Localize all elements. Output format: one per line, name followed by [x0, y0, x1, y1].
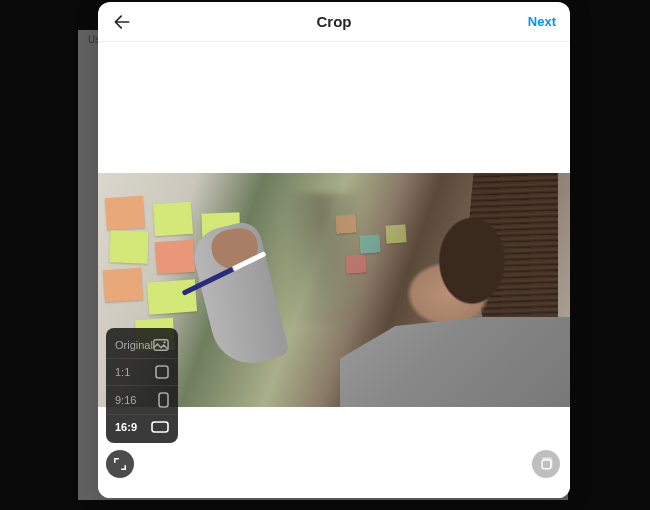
crop-modal: Crop Next [98, 2, 570, 498]
back-button[interactable] [112, 12, 132, 32]
expand-crop-button[interactable] [106, 450, 134, 478]
svg-rect-4 [152, 422, 168, 432]
ratio-option-original[interactable]: Original [106, 332, 178, 359]
svg-rect-2 [156, 366, 168, 378]
square-icon [155, 365, 169, 379]
svg-rect-5 [542, 460, 551, 469]
ratio-option-16-9[interactable]: 16:9 [106, 415, 178, 439]
ratio-option-1-1[interactable]: 1:1 [106, 359, 178, 386]
image-icon [153, 338, 169, 352]
ratio-label: 1:1 [115, 366, 130, 378]
stack-icon [539, 457, 553, 471]
portrait-rect-icon [158, 392, 169, 408]
ratio-label: Original [115, 339, 153, 351]
svg-point-1 [163, 341, 165, 343]
ratio-label: 9:16 [115, 394, 136, 406]
next-button[interactable]: Next [528, 14, 556, 29]
wide-rect-icon [151, 421, 169, 433]
expand-icon [113, 457, 127, 471]
arrow-left-icon [112, 12, 132, 32]
aspect-ratio-panel: Original 1:1 9:16 16:9 [106, 328, 178, 443]
ratio-label: 16:9 [115, 421, 137, 433]
ratio-option-9-16[interactable]: 9:16 [106, 386, 178, 415]
gallery-button[interactable] [532, 450, 560, 478]
svg-rect-3 [159, 393, 168, 407]
modal-body: Original 1:1 9:16 16:9 [98, 42, 570, 498]
modal-title: Crop [317, 13, 352, 30]
modal-header: Crop Next [98, 2, 570, 42]
